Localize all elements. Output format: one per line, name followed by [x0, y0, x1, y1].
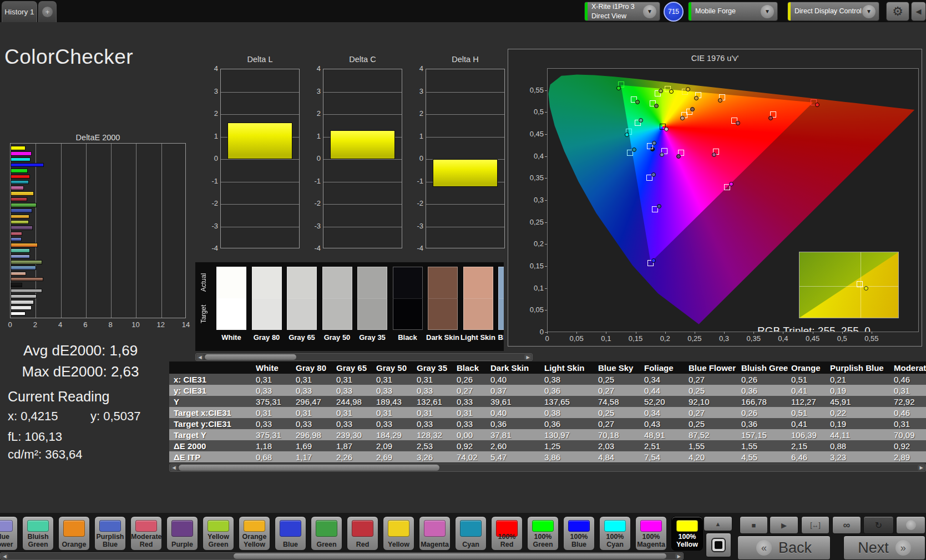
- collapse-panel-button[interactable]: ◀: [911, 2, 926, 21]
- patch-button-100-cyan[interactable]: 100%Cyan: [599, 516, 631, 551]
- swatch-actual-dark-skin[interactable]: [428, 267, 458, 298]
- swatch-target-gray-80[interactable]: [252, 298, 282, 330]
- patch-button-purple[interactable]: Purple: [166, 516, 198, 551]
- table-row[interactable]: ΔE ITP0,681,172,262,693,2674,025,473,864…: [169, 451, 926, 462]
- cell: 2,15: [791, 440, 827, 451]
- cell: 244,98: [336, 396, 373, 407]
- cie-y-tick: 0,5: [516, 108, 544, 116]
- back-button[interactable]: « Back: [737, 536, 831, 560]
- inset-crosshair-h: [800, 286, 898, 287]
- swatch-actual-gray-65[interactable]: [287, 267, 317, 298]
- table-row[interactable]: y: CIE310,330,330,330,330,330,270,370,36…: [169, 385, 926, 396]
- swatch-strip-scrollbar[interactable]: ◀ ▶: [195, 353, 533, 361]
- cie-x-tick: 0,55: [861, 334, 883, 343]
- deltae-bar-gray-50: [11, 294, 37, 299]
- meter-dropdown[interactable]: X-Rite i1Pro 3Direct View ▼: [584, 2, 660, 21]
- patch-button-moderate-red[interactable]: ModerateRed: [130, 516, 162, 551]
- display-control-dropdown[interactable]: Direct Display Control ▼: [787, 2, 879, 21]
- source-dropdown[interactable]: Mobile Forge ▼: [688, 2, 778, 21]
- table-scrollbar[interactable]: ◀ ▶: [169, 464, 926, 472]
- loop-button[interactable]: ∞: [832, 516, 861, 534]
- patch-button-green[interactable]: Green: [311, 516, 342, 551]
- swatch-actual-gray-80[interactable]: [252, 267, 282, 298]
- cell: 0,36: [741, 385, 788, 396]
- patch-button-yellow[interactable]: Yellow: [383, 516, 414, 551]
- patch-button-blue-flower[interactable]: BlueFlower: [0, 516, 18, 551]
- scroll-left-icon[interactable]: ◀: [1, 553, 8, 559]
- pattern-size-up-button[interactable]: ▲: [704, 516, 732, 531]
- gear-icon: ⚙: [892, 4, 903, 19]
- patch-button-cyan[interactable]: Cyan: [455, 516, 487, 551]
- table-row[interactable]: Y375,31296,47244,98189,43132,610,3339,61…: [169, 396, 926, 407]
- swatch-target-white[interactable]: [216, 298, 246, 330]
- cell: 2,09: [376, 440, 413, 451]
- swatch-actual-black[interactable]: [393, 267, 423, 298]
- patch-button-100-green[interactable]: 100%Green: [527, 516, 559, 551]
- patch-button-100-red[interactable]: 100% Red: [491, 516, 523, 551]
- cell: 128,32: [417, 429, 453, 440]
- tab-history-1[interactable]: History 1: [2, 1, 37, 22]
- scrollbar-thumb[interactable]: [179, 465, 439, 471]
- table-row[interactable]: Target Y375,31296,98239,30184,29128,320,…: [169, 429, 926, 440]
- scroll-right-icon[interactable]: ▶: [524, 354, 532, 360]
- cell: 87,52: [689, 429, 738, 440]
- swatch-target-gray-65[interactable]: [287, 298, 317, 330]
- table-row[interactable]: Target x:CIE310,310,310,310,310,310,310,…: [169, 407, 926, 418]
- cell: 0,33: [256, 385, 292, 396]
- patch-button-100-magenta[interactable]: 100%Magenta: [635, 516, 667, 551]
- table-row[interactable]: x: CIE310,310,310,310,310,310,260,400,38…: [169, 374, 926, 385]
- swatch-target-gray-50[interactable]: [322, 298, 352, 330]
- stop-button[interactable]: ■: [740, 516, 768, 534]
- swatch-target-blue-sky[interactable]: [498, 298, 504, 330]
- gridline: [426, 137, 504, 138]
- cell: 0,88: [830, 440, 890, 451]
- patch-button-orange-yellow[interactable]: OrangeYellow: [239, 516, 270, 551]
- swatch-actual-white[interactable]: [216, 267, 246, 298]
- avg-de2000: Avg dE2000: 1,69: [6, 342, 155, 359]
- scroll-left-icon[interactable]: ◀: [170, 465, 178, 471]
- scrollbar-thumb[interactable]: [205, 354, 296, 360]
- patch-button-purplish-blue[interactable]: PurplishBlue: [94, 516, 126, 551]
- patch-button-100-yellow[interactable]: 100%Yellow: [671, 516, 703, 551]
- add-tab-button[interactable]: +: [38, 1, 57, 22]
- swatch-target-gray-35[interactable]: [357, 298, 387, 330]
- swatch-target-black[interactable]: [393, 298, 423, 330]
- settings-button[interactable]: ⚙: [886, 2, 909, 21]
- swatch-actual-gray-35[interactable]: [357, 267, 387, 298]
- swatch-actual-gray-50[interactable]: [322, 267, 352, 298]
- patch-label-line: Yellow: [203, 533, 234, 541]
- step-button[interactable]: [↔]: [801, 516, 829, 534]
- patch-label-line: 100%: [636, 533, 666, 541]
- cell: 39,61: [490, 396, 541, 407]
- patch-button-orange[interactable]: Orange: [58, 516, 90, 551]
- delta-chart-delta-c: [323, 69, 402, 248]
- swatch-target-light-skin[interactable]: [463, 298, 493, 330]
- next-label: Next: [858, 539, 889, 557]
- gridline: [221, 227, 299, 227]
- patch-bar-scrollbar[interactable]: ◀ ▶: [0, 552, 684, 560]
- scrollbar-thumb[interactable]: [234, 553, 666, 559]
- next-button[interactable]: Next »: [843, 536, 925, 560]
- cell: 4,84: [598, 451, 641, 462]
- patch-label: 100%Yellow: [672, 533, 702, 548]
- record-button[interactable]: [896, 516, 925, 534]
- patch-button-blue[interactable]: Blue: [275, 516, 306, 551]
- swatch-target-dark-skin[interactable]: [428, 298, 458, 330]
- swatch-actual-light-skin[interactable]: [463, 267, 493, 298]
- table-row[interactable]: Target y:CIE310,330,330,330,330,330,330,…: [169, 418, 926, 429]
- table-row[interactable]: ΔE 20001,181,691,872,092,530,922,601,252…: [169, 440, 926, 451]
- swatch-actual-blue-sky[interactable]: [498, 267, 504, 298]
- patch-button-bluish-green[interactable]: BluishGreen: [22, 516, 54, 551]
- refresh-button[interactable]: ↻: [863, 516, 894, 534]
- patch-button-yellow-green[interactable]: YellowGreen: [203, 516, 234, 551]
- patch-button-magenta[interactable]: Magenta: [419, 516, 451, 551]
- pattern-window-button[interactable]: [706, 533, 731, 557]
- meter-count-badge[interactable]: 715: [664, 2, 684, 22]
- patch-button-100-blue[interactable]: 100%Blue: [563, 516, 595, 551]
- scroll-right-icon[interactable]: ▶: [918, 465, 925, 471]
- cell: 157,15: [741, 429, 788, 440]
- scroll-left-icon[interactable]: ◀: [196, 354, 204, 360]
- patch-button-red[interactable]: Red: [347, 516, 378, 551]
- play-button[interactable]: ▶: [770, 516, 798, 534]
- scroll-right-icon[interactable]: ▶: [675, 553, 682, 559]
